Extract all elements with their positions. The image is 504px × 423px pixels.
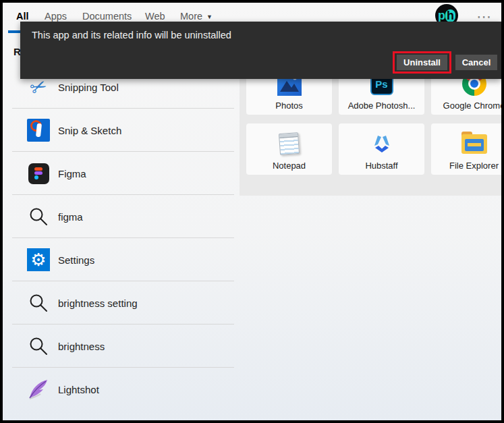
search-result-row[interactable]: brightness setting [3,281,238,325]
tiles-grid: Photos Ps Adobe Photosh... Google Chrome… [246,63,501,175]
hubstaff-icon [369,131,395,157]
search-result-label: Snipping Tool [58,82,119,93]
pen-glyph [35,123,41,138]
app-tile[interactable]: Hubstaff [339,123,424,175]
results-list: ✂ Snipping Tool Snip & Sketch Figma figm… [3,65,238,411]
settings-tile: ⚙ [27,248,50,271]
notepad-glyph [279,132,300,155]
settings-icon: ⚙ [26,247,51,273]
search-result-row[interactable]: Figma [3,152,238,195]
search-result-row[interactable]: Snip & Sketch [3,109,238,152]
search-result-label: Snip & Sketch [58,125,121,136]
search-result-label: Settings [58,254,94,266]
feather-glyph [27,378,50,401]
figma-icon [26,161,51,186]
search-icon [26,333,51,359]
tab-web[interactable]: Web [145,11,165,22]
search-result-label: brightness [58,341,105,352]
search-result-row[interactable]: Lightshot [3,368,238,411]
windows-search-window: All Apps Documents Web More▼ ph ⋯ R Phot… [0,0,504,423]
search-result-row[interactable]: brightness [3,325,238,368]
search-result-row[interactable]: figma [3,195,238,238]
search-result-label: brightness setting [58,298,138,309]
search-result-label: Figma [58,168,86,179]
uninstall-confirmation-dialog: This app and its related info will be un… [20,22,501,79]
cancel-button[interactable]: Cancel [455,55,497,70]
figma-logo [28,163,49,184]
tab-documents[interactable]: Documents [82,11,132,22]
dialog-message: This app and its related info will be un… [32,30,231,40]
tab-all[interactable]: All [16,11,29,22]
app-tile-label: Adobe Photosh... [348,101,416,111]
snip-sketch-icon [26,117,51,143]
file-explorer-icon [461,131,487,157]
search-icon [26,290,51,316]
snip-sketch-tile [27,119,50,142]
magnifier-glyph [28,206,49,227]
notepad-icon [279,131,299,157]
search-result-label: Lightshot [58,384,99,395]
search-result-row[interactable]: ⚙ Settings [3,238,238,281]
app-tile-label: File Explorer [449,161,499,171]
search-result-label: figma [58,211,83,223]
search-icon [26,204,51,229]
app-tile[interactable]: File Explorer [431,123,501,175]
uninstall-button[interactable]: Uninstall [397,55,447,70]
folder-glyph [461,134,487,154]
hubstaff-logo [369,132,395,156]
gear-glyph: ⚙ [30,251,46,269]
magnifier-glyph [28,336,49,356]
app-tile-label: Photos [275,101,302,111]
app-tile-label: Google Chrome [443,101,501,111]
app-tile[interactable]: Notepad [246,123,332,175]
lightshot-icon [26,376,51,402]
magnifier-glyph [28,293,49,313]
app-tile-label: Hubstaff [365,161,397,171]
tab-more[interactable]: More▼ [180,11,213,22]
chevron-down-icon: ▼ [206,13,213,20]
app-tile-label: Notepad [273,161,306,171]
tab-apps[interactable]: Apps [45,11,67,22]
